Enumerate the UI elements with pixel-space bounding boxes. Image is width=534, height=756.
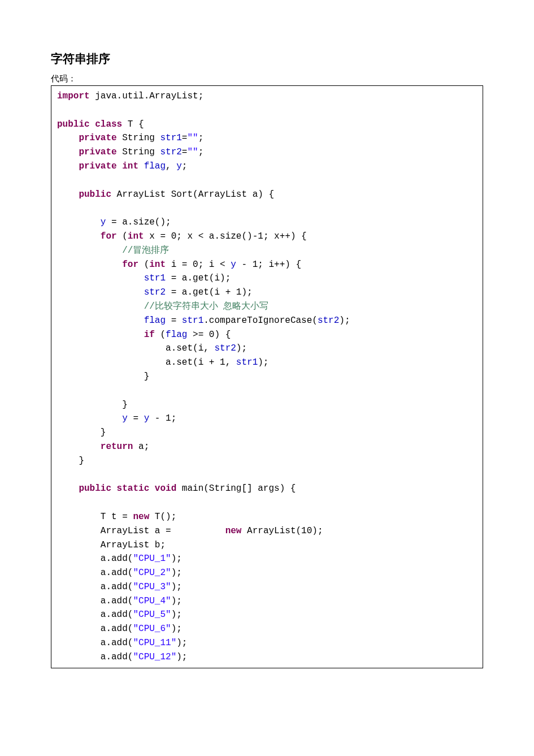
code-string: "CPU_3" [133,582,171,592]
code-keyword: private [79,133,116,143]
code-text: a.add( [101,596,133,606]
code-text: ( [138,260,149,270]
code-keyword: private [79,147,116,157]
code-text: ( [117,231,128,241]
code-text: a.add( [101,624,133,634]
code-field: flag [144,316,166,326]
code-field: str1 [236,357,258,368]
code-text: ); [176,652,187,662]
code-string: "CPU_6" [133,624,171,634]
code-keyword: public class [57,119,122,129]
code-text: } [79,456,84,466]
code-block: import java.util.ArrayList; public class… [51,85,483,668]
code-comment: //比较字符串大小 忽略大小写 [144,301,269,312]
code-field: str1 [182,316,203,326]
code-keyword: int [149,260,166,270]
code-text: ); [171,568,182,578]
code-text: ); [171,582,182,592]
code-field: str2 [318,316,339,326]
code-string: "CPU_2" [133,568,171,578]
code-text: a.add( [101,582,133,592]
code-text: a.add( [101,652,133,662]
code-keyword: new [225,526,242,536]
code-text: } [101,427,106,438]
code-field: y [101,217,106,227]
code-keyword: if [144,330,155,340]
code-keyword: private int [79,161,138,171]
code-field: str2 [144,287,166,297]
code-text: ); [339,316,350,326]
code-text: main(String[] args) { [176,483,296,494]
code-text: >= 0) { [187,330,231,340]
code-field: str2 [160,147,181,157]
code-text: a.set(i + 1, [166,357,236,368]
code-text: - 1; i++) { [236,260,301,270]
code-string: "" [187,133,198,143]
code-field: str2 [214,343,236,353]
code-text: = [182,147,188,157]
code-text: ArrayList a = [101,526,225,536]
document-page: 字符串排序 代码： import java.util.ArrayList; pu… [0,0,534,691]
code-field: str1 [160,133,181,143]
code-label: 代码： [51,74,483,84]
code-field: y [176,161,182,171]
code-keyword: import [57,91,90,101]
code-text: ; [182,161,188,171]
code-text: a.add( [101,638,133,648]
code-keyword: int [128,231,144,241]
code-text: ); [258,357,268,368]
code-text: a.set(i, [166,343,214,353]
code-text: ); [171,610,182,620]
code-text: String [117,133,160,143]
code-text: ; [198,147,204,157]
code-text: ArrayList Sort(ArrayList a) { [111,189,274,200]
code-text: ); [171,554,182,564]
code-text: x = 0; x < a.size()-1; x++) { [144,231,307,241]
code-field: y [122,413,128,424]
code-keyword: new [133,512,149,522]
code-text: } [144,371,150,382]
code-keyword: for [101,231,117,241]
code-keyword: public [79,189,111,200]
code-text: a.add( [101,568,133,578]
code-field: str1 [144,273,166,283]
code-text: i = 0; i < [166,260,231,270]
code-field: y [144,413,150,424]
code-keyword: for [122,260,138,270]
code-text: ( [155,330,166,340]
code-text: = a.size(); [106,217,171,227]
code-string: "CPU_1" [133,554,171,564]
code-text: a.add( [101,610,133,620]
code-text: ArrayList b; [101,540,166,550]
code-text: a; [133,442,149,452]
code-text: ; [198,133,204,143]
code-text: = [166,316,182,326]
code-string: "CPU_12" [133,652,176,662]
code-text: .compareToIgnoreCase( [203,316,318,326]
code-field: flag [144,161,166,171]
code-text: ); [171,596,182,606]
code-text: = [128,413,144,424]
code-text: java.util.ArrayList; [90,91,204,101]
code-text: = a.get(i); [166,273,231,283]
code-string: "" [187,147,198,157]
code-text: ); [171,624,182,634]
code-text: , [166,161,176,171]
code-text: T { [122,119,144,129]
code-text: a.add( [101,554,133,564]
code-keyword: public static void [79,483,176,494]
code-field: y [231,260,236,270]
code-text [138,161,144,171]
code-text: ); [176,638,187,648]
code-string: "CPU_5" [133,610,171,620]
code-text: = a.get(i + 1); [166,287,253,297]
code-string: "CPU_11" [133,638,176,648]
code-text: = [182,133,188,143]
code-field: flag [166,330,187,340]
code-text: } [122,400,128,410]
code-text: ); [236,343,247,353]
code-string: "CPU_4" [133,596,171,606]
code-text: ArrayList(10); [241,526,323,536]
code-keyword: return [101,442,133,452]
code-text: - 1; [149,413,176,424]
